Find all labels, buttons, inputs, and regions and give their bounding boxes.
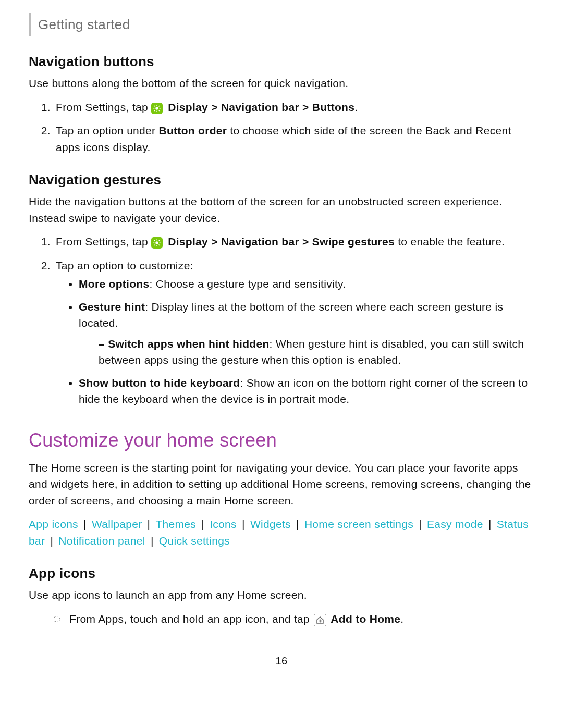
text-bold: Add to Home <box>331 613 400 625</box>
app-icons-step-1: From Apps, touch and hold an app icon, a… <box>54 611 534 627</box>
link-themes[interactable]: Themes <box>155 518 196 530</box>
customize-options: More options: Choose a gesture type and … <box>56 276 534 408</box>
option-more-options: More options: Choose a gesture type and … <box>79 276 534 292</box>
label: More options <box>79 278 149 290</box>
link-separator: | <box>80 518 90 530</box>
section-nav-gestures-title: Navigation gestures <box>29 170 534 190</box>
svg-line-5 <box>154 106 155 106</box>
option-switch-apps: Switch apps when hint hidden: When gestu… <box>99 336 534 368</box>
text: . <box>354 101 358 113</box>
text-bold: Display > Navigation bar > Swipe gesture… <box>168 236 395 248</box>
link-icons[interactable]: Icons <box>210 518 237 530</box>
display-icon <box>151 237 163 249</box>
text: : Choose a gesture type and sensitivity. <box>149 278 346 290</box>
breadcrumb: Getting started <box>29 13 534 36</box>
app-icons-steps: From Apps, touch and hold an app icon, a… <box>29 611 534 627</box>
svg-line-6 <box>159 110 160 110</box>
svg-line-7 <box>154 110 155 110</box>
label: Switch apps when hint hidden <box>108 338 269 350</box>
customize-intro: The Home screen is the starting point fo… <box>29 460 534 509</box>
svg-point-0 <box>155 107 158 109</box>
svg-line-8 <box>159 106 160 106</box>
link-separator: | <box>293 518 302 530</box>
svg-line-17 <box>159 240 160 241</box>
link-home-screen-settings[interactable]: Home screen settings <box>304 518 413 530</box>
section-app-icons-title: App icons <box>29 563 534 584</box>
link-separator: | <box>148 535 157 547</box>
nav-buttons-step-1: From Settings, tap Display > Navigation … <box>54 99 534 116</box>
text: . <box>400 613 403 625</box>
option-gesture-hint: Gesture hint: Display lines at the botto… <box>79 299 534 368</box>
add-to-home-icon <box>314 614 326 626</box>
link-quick-settings[interactable]: Quick settings <box>159 535 230 547</box>
link-app-icons[interactable]: App icons <box>29 518 78 530</box>
svg-line-14 <box>154 240 155 241</box>
text: Tap an option to customize: <box>56 260 193 272</box>
text: Tap an option under <box>56 125 158 137</box>
link-separator: | <box>415 518 425 530</box>
nav-gestures-step-2: Tap an option to customize: More options… <box>54 257 534 408</box>
text: From Apps, touch and hold an app icon, a… <box>69 613 313 625</box>
link-wallpaper[interactable]: Wallpaper <box>92 518 142 530</box>
app-icons-intro: Use app icons to launch an app from any … <box>29 587 534 603</box>
text: From Settings, tap <box>56 101 151 113</box>
nav-buttons-intro: Use buttons along the bottom of the scre… <box>29 75 534 92</box>
link-separator: | <box>47 535 56 547</box>
header-text: Getting started <box>38 15 130 35</box>
text-bold: Button order <box>158 125 227 137</box>
section-nav-buttons-title: Navigation buttons <box>29 52 534 72</box>
link-easy-mode[interactable]: Easy mode <box>427 518 483 530</box>
svg-line-15 <box>159 245 160 245</box>
header-bar <box>29 13 31 36</box>
svg-point-9 <box>155 241 158 244</box>
text: to enable the feature. <box>395 236 505 248</box>
nav-gestures-steps: From Settings, tap Display > Navigation … <box>29 233 534 408</box>
page-number: 16 <box>29 653 534 669</box>
link-separator: | <box>239 518 248 530</box>
section-customize-title: Customize your home screen <box>29 426 534 454</box>
link-separator: | <box>144 518 153 530</box>
nav-buttons-steps: From Settings, tap Display > Navigation … <box>29 99 534 156</box>
nav-buttons-step-2: Tap an option under Button order to choo… <box>54 122 534 155</box>
customize-links: App icons | Wallpaper | Themes | Icons |… <box>29 516 534 549</box>
text: From Settings, tap <box>56 236 151 248</box>
link-widgets[interactable]: Widgets <box>250 518 291 530</box>
link-notification-panel[interactable]: Notification panel <box>58 535 145 547</box>
svg-line-16 <box>154 245 155 245</box>
sub-options: Switch apps when hint hidden: When gestu… <box>79 336 534 368</box>
label: Gesture hint <box>79 301 145 313</box>
link-separator: | <box>485 518 495 530</box>
nav-gestures-intro: Hide the navigation buttons at the botto… <box>29 193 534 226</box>
nav-gestures-step-1: From Settings, tap Display > Navigation … <box>54 233 534 250</box>
link-separator: | <box>198 518 207 530</box>
display-icon <box>151 103 163 114</box>
label: Show button to hide keyboard <box>79 377 240 389</box>
option-show-button: Show button to hide keyboard: Show an ic… <box>79 375 534 408</box>
text-bold: Display > Navigation bar > Buttons <box>168 101 354 113</box>
